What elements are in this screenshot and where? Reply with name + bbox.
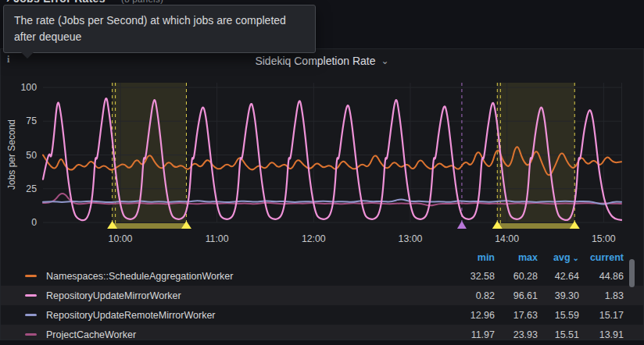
series-min: 11.97: [454, 329, 495, 340]
legend-table: min max avg⌄ current Namespaces::Schedul…: [1, 249, 644, 340]
series-min: 12.96: [454, 310, 495, 321]
series-avg: 42.64: [538, 271, 579, 282]
legend-rows: Namespaces::ScheduleAggregationWorker 32…: [1, 266, 644, 340]
legend-row: Namespaces::ScheduleAggregationWorker 32…: [1, 266, 644, 286]
panel-title: Sidekiq Completion Rate: [255, 55, 375, 67]
series-max: 17.63: [495, 310, 538, 321]
series-avg: 15.51: [538, 329, 579, 340]
sidekiq-completion-rate-panel: i Sidekiq Completion Rate ⌄ Jobs per Sec…: [0, 48, 644, 340]
series-max: 60.28: [495, 271, 538, 282]
legend-col-max[interactable]: max: [495, 252, 538, 263]
y-tick-label: 75: [1, 116, 37, 126]
legend-col-min[interactable]: min: [454, 252, 495, 263]
legend-header: min max avg⌄ current: [1, 249, 644, 266]
tooltip-caret: [21, 52, 34, 59]
x-tick-label: 13:00: [392, 233, 428, 244]
series-name[interactable]: ProjectCacheWorker: [46, 329, 454, 340]
series-name[interactable]: RepositoryUpdateMirrorWorker: [46, 290, 454, 301]
grafana-dashboard: { "icons": { "row_caret": "›", "chevron_…: [0, 0, 644, 345]
series-avg: 15.59: [538, 310, 579, 321]
info-icon[interactable]: i: [7, 54, 9, 66]
y-tick-label: 0: [1, 217, 37, 228]
series-min: 0.82: [454, 290, 495, 301]
y-tick-label: 50: [1, 150, 37, 161]
legend-scrollbar-thumb[interactable]: [629, 259, 635, 287]
series-current: 44.86: [579, 271, 624, 282]
series-color-swatch: [25, 294, 37, 297]
series-max: 96.61: [495, 290, 538, 301]
x-tick-label: 11:00: [199, 233, 235, 244]
series-min: 32.58: [454, 271, 495, 282]
sort-down-icon: ⌄: [573, 254, 579, 262]
series-name[interactable]: Namespaces::ScheduleAggregationWorker: [46, 271, 454, 282]
series-current: 1.83: [579, 290, 624, 301]
y-tick-label: 25: [1, 183, 37, 194]
y-tick-label: 100: [1, 82, 37, 93]
series-avg: 39.30: [538, 290, 579, 301]
legend-col-current[interactable]: current: [579, 252, 624, 263]
x-tick-label: 12:00: [295, 233, 331, 244]
series-max: 23.93: [495, 329, 538, 340]
series-current: 15.17: [579, 310, 624, 321]
legend-col-avg[interactable]: avg⌄: [538, 252, 579, 263]
tooltip-text: The rate (Jobs per Second) at which jobs…: [14, 14, 286, 43]
chevron-down-icon[interactable]: ⌄: [381, 55, 389, 66]
legend-row: ProjectCacheWorker 11.97 23.93 15.51 13.…: [1, 325, 644, 340]
series-color-swatch: [25, 275, 37, 277]
series-name[interactable]: RepositoryUpdateRemoteMirrorWorker: [46, 310, 454, 321]
series-color-swatch: [25, 333, 37, 336]
legend-row: RepositoryUpdateMirrorWorker 0.82 96.61 …: [1, 286, 644, 305]
timeseries-chart-canvas[interactable]: [1, 75, 644, 239]
panel-description-tooltip: The rate (Jobs per Second) at which jobs…: [3, 5, 316, 53]
series-current: 13.91: [579, 329, 624, 340]
legend-row: RepositoryUpdateRemoteMirrorWorker 12.96…: [1, 305, 644, 325]
x-tick-label: 15:00: [585, 233, 621, 244]
x-tick-label: 14:00: [489, 233, 525, 244]
x-tick-label: 10:00: [102, 233, 138, 244]
series-color-swatch: [25, 314, 37, 316]
collapsed-row-panel-count: (8 panels): [121, 0, 163, 4]
